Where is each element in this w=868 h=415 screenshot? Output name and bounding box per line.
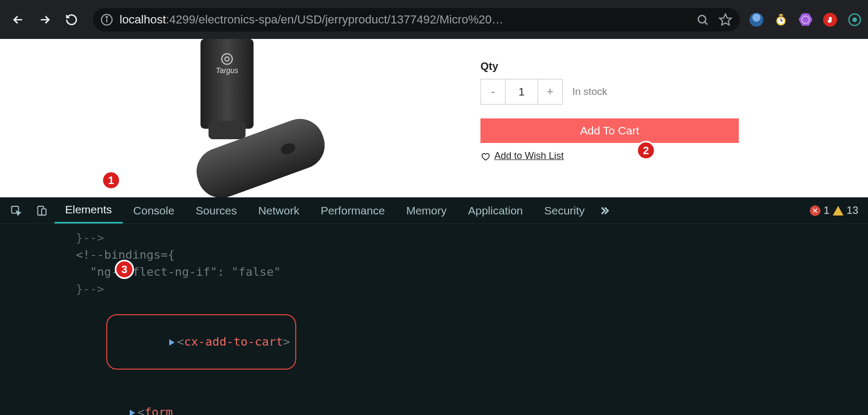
code-line: }-->: [64, 229, 868, 246]
svg-rect-16: [209, 121, 246, 139]
ext-icon-clock[interactable]: [774, 13, 788, 27]
bookmark-star-icon[interactable]: [719, 13, 732, 27]
code-line: <!--bindings={: [64, 246, 868, 264]
devtools-tabbar: Elements Console Sources Network Perform…: [0, 197, 868, 224]
ext-icon-hex[interactable]: [799, 13, 812, 27]
svg-rect-22: [42, 209, 46, 215]
device-toolbar-icon[interactable]: [29, 197, 54, 224]
warning-count[interactable]: 13: [833, 204, 858, 217]
address-bar[interactable]: localhost:4299/electronics-spa/en/USD/je…: [93, 8, 740, 31]
tab-security[interactable]: Security: [533, 197, 595, 224]
devtools-status: ✕1 13: [810, 197, 868, 224]
svg-line-4: [705, 22, 708, 25]
tab-application[interactable]: Application: [457, 197, 534, 224]
tab-console[interactable]: Console: [123, 197, 185, 224]
code-line: }-->: [64, 281, 868, 298]
svg-point-3: [698, 15, 706, 23]
add-to-cart-button[interactable]: Add To Cart: [480, 118, 739, 143]
svg-point-2: [106, 16, 108, 18]
reload-button[interactable]: [60, 8, 83, 31]
annotation-badge-1: 1: [101, 171, 121, 190]
add-to-wishlist-link[interactable]: Add to Wish List: [480, 150, 836, 162]
forward-button[interactable]: [33, 8, 57, 31]
annotation-badge-2: 2: [636, 141, 656, 160]
wishlist-label: Add to Wish List: [494, 150, 564, 162]
extension-icons: [749, 13, 862, 27]
ext-icon-hand[interactable]: [823, 13, 837, 27]
error-count[interactable]: ✕1: [810, 204, 830, 217]
svg-point-11: [853, 18, 857, 21]
tab-sources[interactable]: Sources: [185, 197, 248, 224]
ext-icon-target[interactable]: [848, 13, 862, 27]
devtools: Elements Console Sources Network Perform…: [0, 197, 868, 415]
product-controls: Qty - 1 + In stock Add To Cart Add to Wi…: [480, 39, 868, 197]
selected-node[interactable]: <cx-add-to-cart>: [64, 298, 868, 387]
svg-rect-13: [201, 39, 254, 129]
inspect-element-icon[interactable]: [3, 197, 29, 224]
ext-icon-1[interactable]: [749, 13, 763, 27]
search-icon[interactable]: [696, 13, 709, 26]
stock-status: In stock: [572, 86, 607, 98]
qty-value: 1: [506, 79, 538, 104]
heart-icon: [480, 151, 490, 161]
tabs-overflow-icon[interactable]: [595, 197, 617, 224]
product-image: Targus: [0, 39, 480, 197]
browser-chrome: localhost:4299/electronics-spa/en/USD/je…: [0, 0, 868, 39]
tab-elements[interactable]: Elements: [54, 197, 123, 224]
code-line: "ng-reflect-ng-if": "false": [64, 264, 868, 281]
url-text: localhost:4299/electronics-spa/en/USD/je…: [120, 13, 690, 27]
annotation-badge-3: 3: [115, 260, 134, 279]
svg-marker-5: [720, 14, 731, 25]
site-info-icon[interactable]: [100, 13, 113, 26]
elements-tree[interactable]: }--> <!--bindings={ "ng-reflect-ng-if": …: [0, 224, 868, 415]
code-line: <form novalidate ng-reflect-form="[objec…: [64, 387, 868, 415]
tab-performance[interactable]: Performance: [310, 197, 396, 224]
product-page: Targus Qty - 1 + In stock Add To: [0, 39, 868, 197]
tab-memory[interactable]: Memory: [396, 197, 457, 224]
qty-increase-button[interactable]: +: [538, 79, 562, 104]
tab-network[interactable]: Network: [248, 197, 310, 224]
back-button[interactable]: [6, 8, 30, 31]
qty-decrease-button[interactable]: -: [481, 79, 506, 104]
quantity-stepper: - 1 +: [480, 79, 563, 105]
qty-label: Qty: [480, 60, 836, 73]
product-brand-text: Targus: [216, 66, 238, 75]
